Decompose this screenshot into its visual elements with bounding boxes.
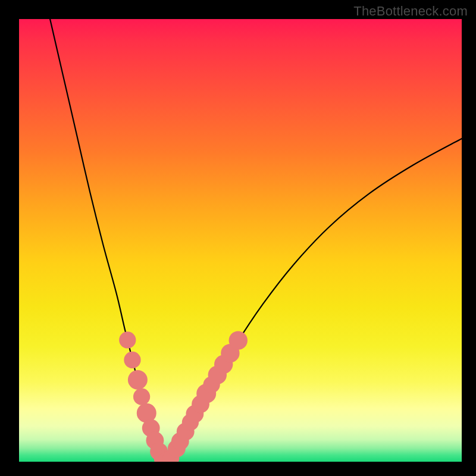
curve-right-branch xyxy=(163,139,462,461)
curves-layer xyxy=(19,19,462,462)
chart-frame: TheBottleneck.com xyxy=(0,0,476,476)
watermark-text: TheBottleneck.com xyxy=(353,4,468,19)
marker-dot xyxy=(133,388,150,405)
marker-dot xyxy=(124,352,140,368)
plot-area xyxy=(19,19,462,462)
marker-dot xyxy=(119,331,136,348)
marker-dot xyxy=(229,331,248,349)
marker-dot xyxy=(128,370,148,390)
